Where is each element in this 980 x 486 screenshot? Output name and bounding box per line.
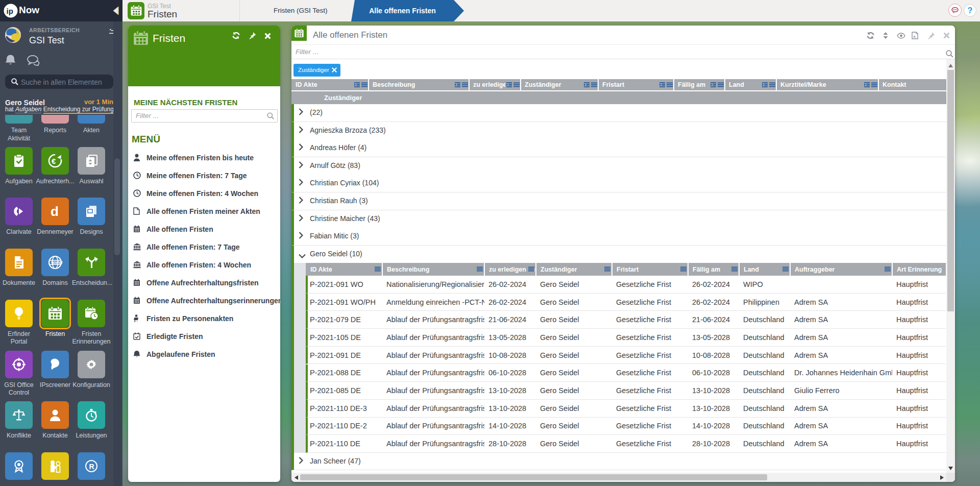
- svg-text:d: d: [51, 204, 59, 219]
- svg-text:€: €: [52, 157, 56, 165]
- svg-text:x: x: [913, 34, 916, 39]
- svg-text:R: R: [89, 462, 94, 470]
- svg-text:WWW: WWW: [51, 260, 63, 265]
- svg-text:ip: ip: [7, 7, 13, 15]
